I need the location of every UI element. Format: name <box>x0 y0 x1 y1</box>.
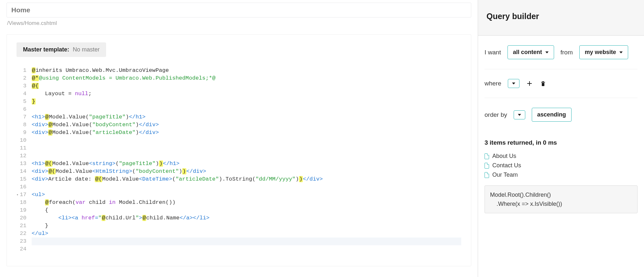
code-line[interactable] <box>32 238 461 245</box>
order-direction-toggle[interactable]: ascending <box>532 108 572 122</box>
query-builder-panel: Query builder I want all content from my… <box>478 0 644 277</box>
where-property-dropdown[interactable] <box>508 79 519 88</box>
generated-query-code[interactable]: Model.Root().Children() .Where(x => x.Is… <box>485 185 638 213</box>
plus-icon <box>527 81 532 86</box>
code-line[interactable]: } <box>32 222 461 230</box>
code-line[interactable]: <ul> <box>32 191 461 199</box>
query-iwant-row: I want all content from my website <box>485 36 638 69</box>
result-item-label: Our Team <box>492 172 518 178</box>
code-line[interactable]: Layout = null; <box>32 90 461 98</box>
result-item[interactable]: Our Team <box>485 170 638 180</box>
iwant-value: all content <box>513 49 542 56</box>
iwant-label: I want <box>485 49 501 56</box>
caret-down-icon <box>545 51 549 53</box>
code-line[interactable]: <div>@Model.Value("bodyContent")</div> <box>32 121 461 129</box>
editor-card: Master template: No master 1234567891011… <box>6 34 471 266</box>
code-line[interactable]: </ul> <box>32 230 461 238</box>
document-icon <box>485 153 489 159</box>
query-builder-header: Query builder <box>478 0 644 36</box>
document-icon <box>485 172 489 178</box>
template-name-input[interactable]: Home <box>6 3 471 17</box>
template-title: Home <box>11 6 466 14</box>
where-label: where <box>485 80 501 87</box>
caret-down-icon <box>518 114 521 116</box>
query-builder-title: Query builder <box>486 12 636 21</box>
iwant-dropdown[interactable]: all content <box>508 45 554 59</box>
caret-down-icon <box>512 83 515 84</box>
code-line[interactable]: <h1>@Model.Value("pageTitle")</h1> <box>32 113 461 121</box>
from-dropdown[interactable]: my website <box>579 45 628 59</box>
code-line[interactable]: <div>Article date: @(Model.Value<DateTim… <box>32 175 461 183</box>
document-icon <box>485 163 489 169</box>
code-line[interactable]: <div>@Model.Value("articleDate")</div> <box>32 129 461 137</box>
from-label: from <box>561 49 573 56</box>
code-line[interactable]: @*@using ContentModels = Umbraco.Web.Pub… <box>32 74 461 82</box>
result-item[interactable]: About Us <box>485 151 638 161</box>
results-list: About UsContact UsOur Team <box>485 151 638 180</box>
query-where-row: where <box>485 69 638 98</box>
result-item-label: Contact Us <box>492 162 521 169</box>
order-direction-value: ascending <box>537 111 566 118</box>
code-line[interactable] <box>32 183 461 191</box>
master-template-label: Master template: <box>23 46 69 53</box>
main-editor-area: Home /Views/Home.cshtml Master template:… <box>0 0 478 277</box>
master-template-selector[interactable]: Master template: No master <box>16 42 106 57</box>
orderby-property-dropdown[interactable] <box>514 110 525 119</box>
code-line[interactable] <box>32 245 461 253</box>
delete-condition-button[interactable] <box>540 80 547 87</box>
caret-down-icon <box>619 51 623 53</box>
code-line[interactable]: <h1>@(Model.Value<string>("pageTitle"))<… <box>32 160 461 168</box>
code-line[interactable]: <li><a href="@child.Url">@child.Name</a>… <box>32 214 461 222</box>
code-line[interactable] <box>32 152 461 160</box>
code-editor[interactable]: 123456789101112131415161718192021222324 … <box>16 67 461 253</box>
code-line[interactable] <box>32 137 461 144</box>
result-item-label: About Us <box>492 153 516 160</box>
add-condition-button[interactable] <box>526 80 533 87</box>
code-line[interactable]: @foreach(var child in Model.Children()) <box>32 199 461 206</box>
trash-icon <box>540 81 546 86</box>
line-number-gutter: 123456789101112131415161718192021222324 <box>16 67 32 253</box>
code-line[interactable] <box>32 105 461 113</box>
code-content[interactable]: @inherits Umbraco.Web.Mvc.UmbracoViewPag… <box>32 67 461 253</box>
orderby-label: order by <box>485 111 507 118</box>
query-orderby-row: order by ascending <box>485 98 638 131</box>
master-template-value: No master <box>73 46 100 53</box>
code-line[interactable]: @{ <box>32 82 461 90</box>
code-line[interactable]: { <box>32 206 461 214</box>
code-line[interactable] <box>32 144 461 152</box>
template-path: /Views/Home.cshtml <box>7 20 471 27</box>
results-summary: 3 items returned, in 0 ms <box>485 139 638 146</box>
code-line[interactable]: } <box>32 98 461 105</box>
code-line[interactable]: <div>@(Model.Value<HtmlString>("bodyCont… <box>32 168 461 175</box>
from-value: my website <box>585 49 616 56</box>
code-line[interactable]: @inherits Umbraco.Web.Mvc.UmbracoViewPag… <box>32 67 461 74</box>
result-item[interactable]: Contact Us <box>485 161 638 170</box>
